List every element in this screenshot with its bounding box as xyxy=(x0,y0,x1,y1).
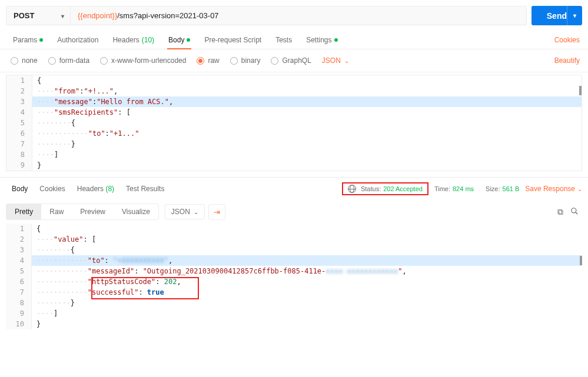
wrap-icon: ⇥ xyxy=(214,208,220,216)
tab-params[interactable]: Params xyxy=(6,31,50,49)
url-path: /sms?api-version=2021-03-07 xyxy=(117,11,218,20)
request-tabs: Params Authorization Headers (10) Body P… xyxy=(0,31,588,49)
response-format-select[interactable]: JSON⌄ xyxy=(165,204,205,219)
cookies-link[interactable]: Cookies xyxy=(552,31,582,49)
chevron-down-icon: ⌄ xyxy=(344,58,349,64)
http-method-select[interactable]: POST ▾ xyxy=(6,6,71,25)
tab-headers[interactable]: Headers (10) xyxy=(105,31,161,49)
view-visualize[interactable]: Visualize xyxy=(114,204,158,219)
chevron-down-icon: ▾ xyxy=(61,12,64,19)
resp-tab-headers[interactable]: Headers (8) xyxy=(71,181,120,196)
response-tabs: Body Cookies Headers (8) Test Results St… xyxy=(0,177,588,200)
view-pretty[interactable]: Pretty xyxy=(6,204,41,219)
scrollbar-thumb[interactable] xyxy=(580,256,582,265)
svg-point-0 xyxy=(572,208,576,212)
status-dot-icon xyxy=(39,38,43,42)
wrap-lines-button[interactable]: ⇥ xyxy=(208,204,225,220)
copy-icon[interactable]: ⧉ xyxy=(554,205,567,219)
body-type-selector: none form-data x-www-form-urlencoded raw… xyxy=(0,49,588,72)
resp-tab-tests[interactable]: Test Results xyxy=(120,181,170,196)
save-response-button[interactable]: Save Response⌄ xyxy=(525,185,582,193)
http-method-value: POST xyxy=(14,11,34,20)
svg-line-1 xyxy=(576,212,578,214)
resp-tab-body[interactable]: Body xyxy=(6,181,34,196)
send-button[interactable]: Send ▾ xyxy=(531,6,582,25)
response-view-tabs: Pretty Raw Preview Visualize JSON⌄ ⇥ ⧉ xyxy=(0,200,588,223)
radio-formdata[interactable]: form-data xyxy=(44,54,94,67)
tab-settings[interactable]: Settings xyxy=(299,31,344,49)
tab-authorization[interactable]: Authorization xyxy=(50,31,105,49)
response-body-editor[interactable]: 1{ 2····"value": [ 3········{ 4·········… xyxy=(6,223,582,329)
globe-icon xyxy=(348,185,356,193)
url-input[interactable]: {{endpoint}}/sms?api-version=2021-03-07 xyxy=(71,6,527,25)
search-icon[interactable] xyxy=(567,205,582,219)
status-dot-icon xyxy=(187,38,190,42)
radio-none[interactable]: none xyxy=(6,54,42,67)
send-split-chevron-icon[interactable]: ▾ xyxy=(567,6,582,25)
request-body-editor[interactable]: 1{ 2····"from":"+!...", 3····"message":"… xyxy=(6,75,582,171)
view-preview[interactable]: Preview xyxy=(72,204,114,219)
tab-prerequest[interactable]: Pre-request Script xyxy=(197,31,268,49)
body-language-select[interactable]: JSON⌄ xyxy=(317,54,354,67)
radio-xform[interactable]: x-www-form-urlencoded xyxy=(95,54,191,67)
chevron-down-icon: ⌄ xyxy=(194,209,198,215)
status-dot-icon xyxy=(334,38,338,42)
radio-raw[interactable]: raw xyxy=(192,54,224,67)
chevron-down-icon: ⌄ xyxy=(577,186,582,192)
tab-body[interactable]: Body xyxy=(161,31,197,49)
tab-tests[interactable]: Tests xyxy=(268,31,299,49)
status-badge: Status: 202 Accepted xyxy=(342,182,428,195)
radio-graphql[interactable]: GraphQL xyxy=(266,54,315,67)
radio-binary[interactable]: binary xyxy=(225,54,265,67)
url-variable: {{endpoint}} xyxy=(78,11,117,20)
scrollbar-thumb[interactable] xyxy=(579,86,582,95)
response-time: Time:824 ms xyxy=(428,185,480,192)
response-size: Size:561 B xyxy=(480,185,525,192)
view-raw[interactable]: Raw xyxy=(41,204,72,219)
beautify-link[interactable]: Beautify xyxy=(552,54,582,67)
resp-tab-cookies[interactable]: Cookies xyxy=(34,181,71,196)
